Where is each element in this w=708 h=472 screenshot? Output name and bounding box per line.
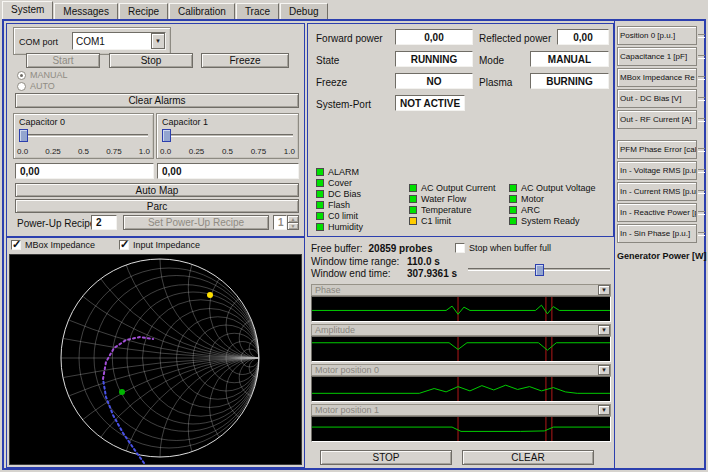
com-port-group: COM port COM1	[13, 27, 171, 55]
measurement-button[interactable]: In - Current RMS [p.u.]	[617, 182, 697, 201]
indicator-flash: Flash	[316, 199, 363, 210]
free-buffer-value: 20859 probes	[369, 243, 433, 254]
power-up-recipe-field[interactable]: 2	[91, 215, 117, 230]
measurement-row: In - Sin Phase [p.u.]	[617, 224, 705, 243]
auto-map-button[interactable]: Auto Map	[15, 183, 299, 197]
slider-tick-label: 0.75	[251, 147, 267, 156]
window-end-time-label: Window end time:	[311, 268, 401, 279]
scope-clear-button[interactable]: CLEAR	[462, 450, 594, 465]
measurement-row: Capacitance 1 [pF]	[617, 47, 705, 66]
mbox-impedance-checkbox[interactable]: MBox Impedance	[11, 240, 95, 250]
chart-title-bar: Amplitude	[311, 324, 611, 336]
input-impedance-checkbox[interactable]: Input Impedance	[119, 240, 200, 250]
slider-tick-label: 0.0	[17, 147, 28, 156]
plasma-label: Plasma	[479, 77, 512, 88]
capacitor1-slider[interactable]	[162, 129, 293, 142]
chart-title: Amplitude	[315, 325, 355, 335]
scope-stop-button[interactable]: STOP	[320, 450, 452, 465]
indicator-dc-bias: DC Bias	[316, 188, 363, 199]
smith-chart	[9, 254, 302, 465]
input-impedance-label: Input Impedance	[133, 240, 200, 250]
reflected-power-label: Reflected power	[479, 33, 551, 44]
tab-trace[interactable]: Trace	[236, 3, 279, 19]
window-end-time-slider[interactable]	[468, 264, 610, 276]
separator-line	[698, 190, 705, 194]
recipe-spinner-value[interactable]: 1	[273, 215, 287, 230]
indicator-arc: ARC	[509, 204, 596, 215]
radio-manual[interactable]: MANUAL	[17, 70, 68, 80]
tab-messages[interactable]: Messages	[54, 3, 118, 19]
tab-recipe[interactable]: Recipe	[119, 3, 168, 19]
com-port-label: COM port	[19, 37, 58, 47]
smith-chart-svg	[10, 255, 301, 464]
chart-plot-area	[311, 416, 611, 442]
measurement-row: In - Voltage RMS [p.u.]	[617, 161, 705, 180]
chevron-down-icon[interactable]	[598, 405, 610, 415]
led-icon	[409, 184, 417, 192]
tab-calibration[interactable]: Calibration	[169, 3, 235, 19]
indicator-temperature: Temperature	[409, 204, 496, 215]
radio-auto[interactable]: AUTO	[17, 81, 55, 91]
mbox-impedance-label: MBox Impedance	[25, 240, 95, 250]
radio-dot-icon	[17, 71, 26, 80]
indicator-label: Motor	[521, 194, 544, 204]
indicator-column-2: AC Output CurrentWater FlowTemperatureC1…	[409, 182, 496, 226]
status-panel: Forward power 0,00 Reflected power 0,00 …	[307, 23, 614, 237]
measurement-button[interactable]: PFM Phase Error [calib]	[617, 140, 697, 159]
slider-thumb[interactable]	[19, 129, 28, 142]
clear-alarms-button[interactable]: Clear Alarms	[15, 93, 299, 108]
measurement-button[interactable]: In - Sin Phase [p.u.]	[617, 224, 697, 243]
measurement-row: Out - RF Current [A]	[617, 110, 705, 129]
capacitor1-value-field[interactable]: 0,00	[157, 163, 299, 179]
indicator-ac-output-voltage: AC Output Voltage	[509, 182, 596, 193]
radio-dot-icon	[17, 82, 26, 91]
slider-tick-label: 1.0	[139, 147, 150, 156]
window-time-range-label: Window time range:	[311, 256, 401, 267]
measurement-group-gap	[617, 131, 705, 140]
indicator-column-3: AC Output VoltageMotorARCSystem Ready	[509, 182, 596, 226]
freeze-button[interactable]: Freeze	[201, 53, 289, 68]
measurement-button[interactable]: Capacitance 1 [pF]	[617, 47, 697, 66]
free-buffer-row: Free buffer: 20859 probes	[311, 243, 432, 254]
generator-power-label: Generator Power [W]	[617, 251, 707, 261]
chevron-down-icon[interactable]	[598, 285, 610, 295]
slider-thumb[interactable]	[535, 264, 544, 276]
measurement-button[interactable]: Out - RF Current [A]	[617, 110, 697, 129]
tab-system[interactable]: System	[2, 1, 53, 19]
measurement-button[interactable]: In - Reactive Power [p.u.]	[617, 203, 697, 222]
measurement-button[interactable]: Out - DC Bias [V]	[617, 89, 697, 108]
measurement-button[interactable]: Position 0 [p.u.]	[617, 26, 697, 45]
chevron-down-icon[interactable]	[151, 33, 165, 49]
chevron-down-icon[interactable]	[598, 365, 610, 375]
start-button[interactable]: Start	[26, 53, 100, 68]
reflected-power-field: 0,00	[557, 29, 609, 45]
led-icon	[316, 201, 324, 209]
indicator-label: AC Output Current	[421, 183, 496, 193]
spinner-down-icon[interactable]	[287, 222, 299, 230]
indicator-water-flow: Water Flow	[409, 193, 496, 204]
indicator-label: AC Output Voltage	[521, 183, 596, 193]
mode-label: Mode	[479, 55, 504, 66]
slider-thumb[interactable]	[162, 129, 171, 142]
indicator-label: Temperature	[421, 205, 472, 215]
app-window: SystemMessagesRecipeCalibrationTraceDebu…	[0, 0, 708, 472]
measurement-button[interactable]: MBox Impedance Re [Ohm]	[617, 68, 697, 87]
parc-button[interactable]: Parc	[15, 199, 299, 213]
capacitor0-value-field[interactable]: 0,00	[15, 163, 154, 179]
strip-chart: Motor position 0	[311, 364, 611, 402]
mode-field: MANUAL	[530, 51, 609, 67]
stop-button[interactable]: Stop	[109, 53, 193, 68]
system-port-label: System-Port	[316, 99, 371, 110]
tab-debug[interactable]: Debug	[280, 3, 327, 19]
chart-title: Motor position 0	[315, 365, 379, 375]
stop-when-buffer-full-checkbox[interactable]: Stop when buffer full	[455, 243, 551, 253]
chevron-down-icon[interactable]	[598, 325, 610, 335]
tab-bar: SystemMessagesRecipeCalibrationTraceDebu…	[2, 1, 329, 19]
set-power-up-recipe-button[interactable]: Set Power-Up Recipe	[123, 215, 269, 230]
capacitor0-slider[interactable]	[19, 129, 148, 142]
strip-chart: Phase	[311, 284, 611, 322]
strip-chart: Motor position 1	[311, 404, 611, 442]
measurement-button[interactable]: In - Voltage RMS [p.u.]	[617, 161, 697, 180]
com-port-select[interactable]: COM1	[72, 32, 166, 50]
control-panel: COM port COM1 Start Stop Freeze MANUAL A…	[6, 23, 305, 237]
